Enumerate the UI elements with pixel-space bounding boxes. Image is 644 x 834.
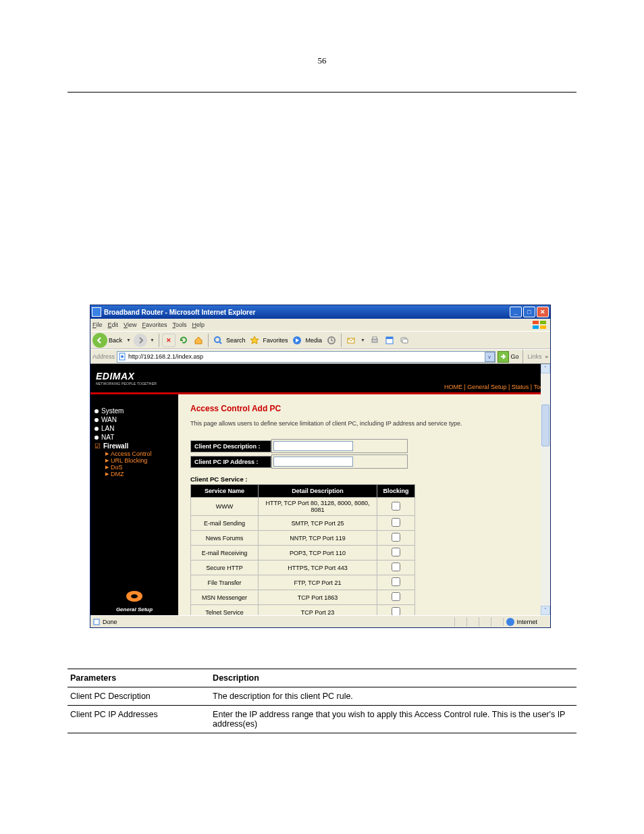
input-client-pc-ip[interactable]: [273, 457, 353, 467]
input-client-pc-description[interactable]: [273, 441, 353, 451]
blocking-checkbox[interactable]: [392, 533, 400, 542]
scroll-thumb[interactable]: [541, 405, 549, 446]
page-description: This page allows users to define service…: [190, 420, 538, 427]
svg-rect-12: [386, 337, 393, 339]
svg-rect-10: [373, 337, 377, 339]
th-blocking: Blocking: [377, 485, 415, 498]
address-input[interactable]: [127, 353, 484, 360]
windows-flag-icon: [531, 319, 549, 330]
status-zone: Internet: [503, 618, 548, 626]
brand-logo: EDIMAX: [96, 371, 134, 382]
forward-button[interactable]: [134, 334, 147, 347]
menu-view[interactable]: View: [124, 321, 136, 328]
blocking-checkbox[interactable]: [392, 577, 400, 586]
top-rule: [68, 92, 576, 93]
sidebar-item-firewall[interactable]: ☑Firewall: [95, 442, 174, 450]
sidebar-sub-label: URL Blocking: [111, 457, 147, 464]
sidebar-item-nat[interactable]: NAT: [95, 433, 174, 442]
blocking-checkbox[interactable]: [392, 592, 400, 601]
scroll-down-icon[interactable]: ˅: [541, 606, 550, 615]
sidebar-image: General Setup: [90, 588, 178, 613]
title-bar: Broadband Router - Microsoft Internet Ex…: [90, 305, 550, 319]
sidebar-item-lan[interactable]: LAN: [95, 424, 174, 433]
address-label: Address: [92, 353, 115, 360]
blocking-checkbox[interactable]: [392, 518, 400, 527]
cell-blocking: [377, 546, 415, 561]
search-button[interactable]: [211, 334, 225, 347]
home-button[interactable]: [192, 334, 205, 347]
menu-file[interactable]: File: [92, 321, 103, 328]
refresh-button[interactable]: [177, 334, 190, 347]
cell-service-name: MSN Messenger: [191, 590, 259, 605]
page-viewport: EDIMAX NETWORKING PEOPLE TOGETHER HOME |…: [90, 364, 550, 615]
triangle-icon: ▶: [105, 458, 109, 463]
triangle-icon: ▶: [105, 465, 109, 470]
sidebar-sub-dmz[interactable]: ▶DMZ: [105, 471, 174, 477]
svg-point-16: [121, 355, 124, 358]
page-heading: Access Control Add PC: [190, 404, 538, 413]
cell-detail-description: SMTP, TCP Port 25: [259, 516, 377, 531]
sidebar-sub-dos[interactable]: ▶DoS: [105, 464, 174, 471]
chevron-icon[interactable]: »: [545, 354, 548, 360]
history-button[interactable]: [325, 334, 338, 347]
edit-button[interactable]: [383, 334, 396, 347]
toolbar: Back ▼ ▼ ✕ Search Favorites: [90, 331, 550, 349]
address-input-wrap: v: [117, 351, 495, 363]
globe-icon: [506, 618, 514, 626]
sidebar-item-system[interactable]: System: [95, 407, 174, 415]
page-icon: [117, 352, 127, 361]
separator-icon: [522, 350, 523, 363]
back-button[interactable]: [92, 333, 107, 348]
print-button[interactable]: [368, 334, 381, 347]
stop-button[interactable]: ✕: [162, 334, 176, 347]
go-button[interactable]: [498, 351, 509, 363]
favorites-label: Favorites: [263, 337, 288, 344]
vertical-scrollbar[interactable]: ˄ ˅: [541, 364, 550, 615]
link-general-setup[interactable]: General Setup: [467, 384, 506, 390]
status-pane: [491, 617, 503, 627]
menu-tools[interactable]: Tools: [172, 321, 186, 328]
media-button[interactable]: [290, 334, 304, 347]
table-row: E-mail ReceivingPOP3, TCP Port 110: [191, 546, 415, 561]
discuss-button[interactable]: [398, 334, 411, 347]
links-label[interactable]: Links: [527, 353, 543, 360]
minimize-button[interactable]: _: [510, 307, 522, 317]
maximize-button[interactable]: □: [523, 307, 535, 317]
menu-help[interactable]: Help: [192, 321, 205, 328]
menu-favorites[interactable]: Favorites: [142, 321, 167, 328]
scroll-up-icon[interactable]: ˄: [541, 364, 550, 373]
sidebar-label: NAT: [101, 434, 114, 441]
search-label: Search: [226, 337, 246, 344]
th-service-name: Service Name: [191, 485, 259, 498]
triangle-icon: ▶: [105, 451, 109, 457]
forward-dropdown-icon[interactable]: ▼: [150, 338, 155, 342]
blocking-checkbox[interactable]: [392, 502, 400, 511]
sidebar-label: LAN: [101, 425, 114, 432]
sidebar-item-wan[interactable]: WAN: [95, 415, 174, 424]
link-home[interactable]: HOME: [444, 384, 462, 390]
close-button[interactable]: ✕: [537, 307, 549, 317]
mail-dropdown-icon[interactable]: ▼: [360, 338, 365, 342]
blocking-checkbox[interactable]: [392, 548, 400, 556]
address-dropdown-icon[interactable]: v: [485, 352, 495, 362]
menu-edit[interactable]: Edit: [108, 321, 119, 328]
th-detail-description: Detail Description: [259, 485, 377, 498]
blocking-checkbox[interactable]: [392, 563, 400, 571]
media-label: Media: [305, 337, 322, 344]
brand-tagline: NETWORKING PEOPLE TOGETHER: [96, 382, 157, 386]
sidebar-sub-access-control[interactable]: ▶Access Control: [105, 450, 174, 457]
back-dropdown-icon[interactable]: ▼: [126, 338, 131, 342]
mail-button[interactable]: [344, 334, 358, 347]
cell-detail-description: FTP, TCP Port 21: [259, 575, 377, 590]
svg-rect-3: [540, 325, 546, 329]
scroll-track[interactable]: [541, 373, 550, 606]
table-row: File TransferFTP, TCP Port 21: [191, 575, 415, 590]
cell-service-name: News Forums: [191, 531, 259, 546]
link-status[interactable]: Status: [512, 384, 529, 390]
sidebar: System WAN LAN NAT ☑Firewall ▶Access Con…: [90, 394, 178, 615]
svg-line-5: [219, 342, 221, 344]
favorites-button[interactable]: [248, 334, 261, 347]
check-icon: ☑: [95, 442, 101, 450]
sidebar-sub-url-blocking[interactable]: ▶URL Blocking: [105, 457, 174, 464]
blocking-checkbox[interactable]: [392, 607, 400, 615]
